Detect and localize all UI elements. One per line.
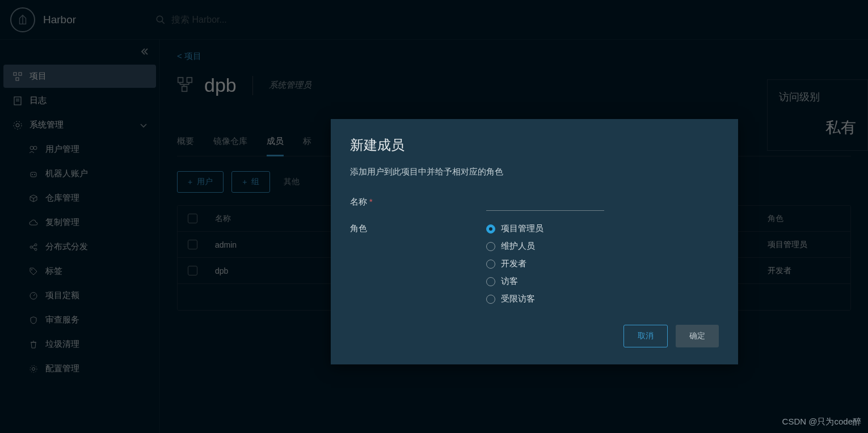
role-option-label: 受限访客 (501, 294, 535, 304)
role-option-label: 访客 (501, 276, 518, 287)
role-option-guest[interactable]: 访客 (486, 276, 719, 287)
role-radio-group: 项目管理员 维护人员 开发者 访客 受限访客 (486, 223, 719, 304)
radio-icon (486, 242, 495, 251)
new-member-modal: 新建成员 添加用户到此项目中并给予相对应的角色 名称* 角色 项目管理员 维护人… (331, 119, 738, 364)
radio-icon (486, 277, 495, 286)
name-field-label: 名称* (350, 197, 486, 211)
radio-icon (486, 260, 495, 269)
modal-title: 新建成员 (350, 136, 719, 154)
confirm-button[interactable]: 确定 (676, 325, 719, 347)
watermark: CSDN @只为code醉 (782, 417, 861, 427)
cancel-button[interactable]: 取消 (623, 325, 668, 347)
modal-description: 添加用户到此项目中并给予相对应的角色 (350, 167, 719, 177)
radio-icon (486, 224, 495, 234)
role-option-label: 项目管理员 (501, 223, 543, 234)
role-option-admin[interactable]: 项目管理员 (486, 223, 719, 234)
member-name-input[interactable] (486, 197, 604, 211)
radio-icon (486, 295, 495, 304)
role-option-maintainer[interactable]: 维护人员 (486, 241, 719, 252)
role-option-developer[interactable]: 开发者 (486, 258, 719, 269)
role-option-label: 维护人员 (501, 241, 535, 252)
role-option-limited-guest[interactable]: 受限访客 (486, 294, 719, 304)
role-field-label: 角色 (350, 223, 486, 304)
role-option-label: 开发者 (501, 258, 526, 269)
